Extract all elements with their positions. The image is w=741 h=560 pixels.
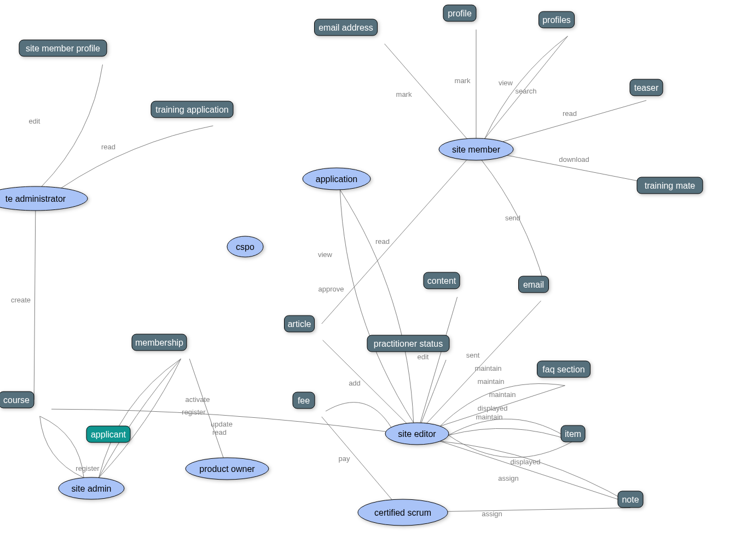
node-profiles[interactable]: profiles: [539, 11, 575, 28]
edge-site_admin-membership: [99, 359, 181, 478]
node-label: note: [622, 495, 639, 504]
node-email[interactable]: email: [519, 276, 549, 293]
node-article[interactable]: article: [285, 316, 315, 332]
edge-label: approve: [319, 285, 344, 293]
node-practitioner_status[interactable]: practitioner status: [367, 335, 449, 352]
node-content[interactable]: content: [424, 272, 460, 289]
node-site_administrator[interactable]: te administrator: [0, 186, 88, 211]
node-label: site editor: [398, 429, 436, 439]
edge-site_administrator-training_application: [61, 126, 213, 188]
edge-site_editor-application: [340, 190, 413, 423]
edge-label: maintain: [477, 377, 504, 386]
edge-cst-fee: [322, 417, 392, 500]
node-label: email address: [319, 23, 373, 32]
edge-site_editor-fee: [326, 402, 391, 428]
edge-site_editor-note: [440, 441, 630, 504]
node-site_member[interactable]: site member: [439, 138, 513, 160]
node-label: site member: [452, 145, 501, 154]
node-label: training application: [155, 105, 228, 114]
edge-label: maintain: [474, 364, 501, 372]
edge-label: sent: [466, 351, 480, 359]
edge-label: maintain: [476, 413, 502, 421]
node-product_owner[interactable]: product owner: [186, 458, 269, 480]
node-membership[interactable]: membership: [132, 334, 187, 351]
node-course[interactable]: course: [0, 392, 34, 408]
edge-label: view: [318, 250, 333, 259]
node-label: product owner: [199, 464, 255, 474]
node-label: profiles: [542, 15, 571, 25]
graph-canvas[interactable]: editreadcreatemarkmarkviewsearchreaddown…: [0, 0, 741, 560]
node-site_editor[interactable]: site editor: [385, 423, 449, 445]
node-label: content: [427, 276, 456, 285]
edge-label: search: [515, 87, 536, 95]
edge-site_editor-article: [323, 340, 407, 423]
edge-label: view: [499, 79, 513, 87]
node-label: membership: [135, 338, 183, 347]
edge-label: read: [375, 237, 390, 246]
edge-label: pay: [339, 454, 350, 463]
node-profile[interactable]: profile: [443, 5, 476, 21]
edge-site_editor-item: [448, 435, 573, 458]
node-cspo[interactable]: cspo: [227, 236, 263, 257]
edge-site_admin-membership: [99, 359, 181, 478]
node-label: cspo: [236, 242, 254, 252]
node-label: certified scrum: [374, 508, 431, 517]
node-item[interactable]: item: [561, 425, 585, 442]
edge-label: download: [559, 155, 589, 164]
edge-label: read: [101, 143, 115, 151]
edge-cst-note: [448, 508, 630, 511]
node-applicant[interactable]: applicant: [86, 426, 130, 442]
edge-site_administrator-course: [34, 211, 36, 400]
node-training_application[interactable]: training application: [151, 101, 233, 118]
edge-site_administrator-site_member_profile: [42, 65, 103, 186]
edge-site_admin-membership: [99, 359, 181, 478]
edge-site_editor-item: [448, 419, 573, 441]
node-training_material[interactable]: training mate: [637, 177, 703, 194]
edge-label: mark: [396, 90, 412, 98]
edge-label: assign: [482, 510, 502, 518]
edge-site_editor-practitioner_status: [421, 360, 446, 423]
edge-label: send: [505, 214, 520, 222]
edge-label: register: [182, 408, 206, 416]
node-label: email: [523, 280, 544, 289]
edge-label: register: [76, 464, 100, 472]
node-site_admin[interactable]: site admin: [59, 477, 124, 499]
node-label: course: [3, 395, 30, 405]
node-teaser[interactable]: teaser: [630, 79, 663, 96]
nodes-layer: site member profiletraining applicationt…: [0, 5, 703, 526]
edge-label: add: [349, 379, 361, 387]
edge-label: edit: [418, 353, 429, 361]
edge-label: edit: [29, 117, 40, 125]
node-email_address[interactable]: email address: [315, 19, 378, 36]
node-label: teaser: [634, 83, 659, 92]
node-label: practitioner status: [374, 339, 443, 348]
node-application[interactable]: application: [303, 168, 370, 190]
node-cst[interactable]: certified scrum: [358, 499, 448, 526]
node-label: faq section: [542, 365, 584, 374]
edge-site_editor-application: [340, 190, 413, 423]
node-fee[interactable]: fee: [293, 392, 315, 409]
edge-label: maintain: [489, 390, 516, 399]
node-label: article: [288, 319, 311, 329]
edge-label: update: [211, 420, 233, 428]
node-label: fee: [298, 396, 310, 405]
node-label: site admin: [72, 484, 112, 493]
node-note[interactable]: note: [618, 491, 643, 508]
node-label: application: [316, 174, 358, 184]
node-label: item: [565, 429, 581, 439]
node-faq_section[interactable]: faq section: [537, 361, 591, 377]
edge-site_member-teaser: [503, 101, 646, 142]
edge-label: mark: [455, 77, 471, 85]
node-label: site member profile: [26, 44, 100, 53]
edge-label: read: [563, 109, 577, 118]
node-label: training mate: [645, 181, 696, 190]
edge-label: displayed: [511, 458, 541, 466]
edge-label: create: [11, 296, 31, 304]
edge-site_member-email: [482, 160, 545, 284]
edges-layer: editreadcreatemarkmarkviewsearchreaddown…: [11, 30, 670, 518]
node-label: profile: [448, 9, 472, 18]
node-site_member_profile[interactable]: site member profile: [19, 40, 107, 56]
edge-label: assign: [498, 474, 519, 482]
node-label: te administrator: [5, 194, 66, 203]
node-label: applicant: [91, 430, 126, 439]
